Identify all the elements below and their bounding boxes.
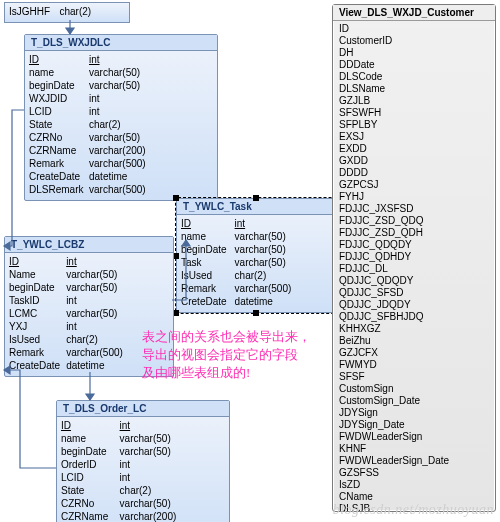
annotation-note: 表之间的关系也会被导出来， 导出的视图会指定它的字段 及由哪些表组成的! [142,328,322,382]
svg-marker-2 [182,240,190,246]
svg-marker-4 [86,394,94,400]
svg-marker-1 [66,28,74,34]
watermark: blog.csdn.net/mozhuoyuan [333,502,494,518]
svg-marker-0 [4,242,10,250]
relationship-lines [0,0,500,522]
svg-marker-3 [4,366,10,374]
